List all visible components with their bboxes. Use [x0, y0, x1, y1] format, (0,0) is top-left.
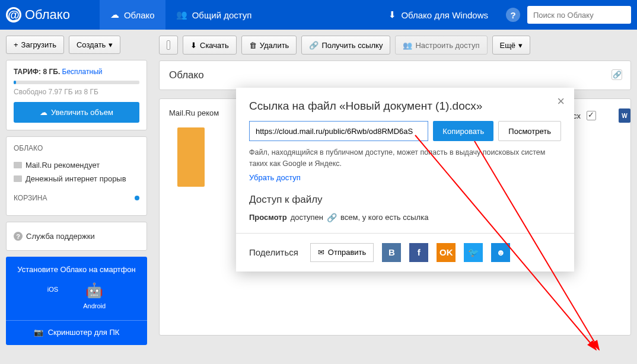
trash-dot-icon — [135, 196, 139, 200]
folder-label[interactable]: Mail.Ru реком — [169, 108, 219, 117]
share-modal: Ссылка на файл «Новый документ (1).docx»… — [236, 88, 574, 272]
share-url-input[interactable] — [249, 121, 428, 141]
cloud-icon: ☁ — [40, 108, 47, 117]
more-button[interactable]: Ещё ▾ — [492, 36, 531, 55]
storage-bar — [14, 81, 139, 84]
envelope-icon: ✉ — [318, 248, 324, 257]
free-space-text: Свободно 7.97 ГБ из 8 ГБ — [14, 88, 139, 96]
download-icon: ⬇ — [388, 9, 396, 20]
access-state: доступен — [291, 213, 323, 222]
link-icon[interactable]: 🔗 — [611, 69, 622, 80]
camera-icon: 📷 — [34, 328, 43, 337]
tree-panel: ОБЛАКО Mail.Ru рекомендует Денежный инте… — [6, 136, 147, 216]
access-label: Просмотр — [249, 213, 287, 222]
file-checkbox[interactable] — [587, 111, 596, 120]
tab-shared[interactable]: 👥 Общий доступ — [165, 0, 263, 30]
logo[interactable]: @ Облако — [6, 7, 70, 23]
share-ok-icon[interactable]: OK — [437, 243, 456, 262]
share-moimir-icon[interactable]: ☻ — [491, 243, 510, 262]
tariff-panel: ТАРИФ: 8 ГБ. Бесплатный Свободно 7.97 ГБ… — [6, 60, 147, 130]
trash-section-header[interactable]: КОРЗИНА — [14, 194, 139, 202]
close-icon[interactable]: × — [557, 94, 565, 109]
people-icon: 👥 — [403, 41, 412, 50]
cloud-icon: ☁ — [110, 9, 119, 20]
folder-icon — [14, 175, 22, 182]
support-panel: ? Служба поддержки — [6, 222, 147, 251]
promo-android[interactable]: 🤖 Android — [83, 282, 106, 309]
delete-button[interactable]: 🗑 Удалить — [241, 36, 297, 55]
tariff-plan-link[interactable]: Бесплатный — [62, 68, 103, 76]
tree-item-recommends[interactable]: Mail.Ru рекомендует — [14, 158, 139, 172]
tree-item-money[interactable]: Денежный интернет прорыв — [14, 172, 139, 186]
download-icon: ⬇ — [190, 41, 197, 50]
remove-access-link[interactable]: Убрать доступ — [249, 173, 301, 182]
toolbar: ⬇ Скачать 🗑 Удалить 🔗 Получить ссылку 👥 … — [159, 36, 631, 60]
tariff-label: ТАРИФ: 8 ГБ. — [14, 68, 60, 76]
link-icon: 🔗 — [327, 213, 337, 222]
tab-cloud[interactable]: ☁ Облако — [100, 0, 165, 30]
promo-panel: Установите Облако на смартфон iOS 🤖 Andr… — [6, 257, 147, 345]
folder-thumbnail-icon[interactable] — [177, 127, 205, 187]
access-header: Доступ к файлу — [249, 194, 561, 206]
configure-access-button[interactable]: 👥 Настроить доступ — [395, 36, 487, 55]
trash-icon: 🗑 — [249, 41, 257, 50]
logo-text: Облако — [25, 7, 70, 23]
word-icon: W — [619, 108, 630, 123]
upload-button[interactable]: + Загрузить — [6, 36, 64, 54]
link-icon: 🔗 — [309, 41, 318, 50]
download-button[interactable]: ⬇ Скачать — [183, 36, 237, 55]
chevron-down-icon: ▾ — [518, 41, 523, 50]
promo-screenshoter[interactable]: 📷 Скриншотер для ПК — [12, 321, 141, 337]
question-icon: ? — [14, 232, 23, 241]
mail-at-icon: @ — [6, 7, 21, 23]
modal-title: Ссылка на файл «Новый документ (1).docx» — [249, 100, 482, 113]
share-twitter-icon[interactable]: 🐦 — [464, 243, 483, 262]
chevron-down-icon: ▾ — [109, 40, 113, 49]
get-link-button[interactable]: 🔗 Получить ссылку — [301, 36, 390, 55]
increase-storage-button[interactable]: ☁ Увеличить объем — [14, 102, 139, 123]
create-button[interactable]: Создать ▾ — [69, 36, 120, 54]
access-who: всем, у кого есть ссылка — [340, 213, 428, 222]
breadcrumb: Облако 🔗 — [159, 60, 631, 90]
public-note: Файл, находящийся в публичном доступе, м… — [249, 147, 561, 170]
support-link[interactable]: ? Служба поддержки — [14, 229, 139, 243]
share-label: Поделиться — [249, 247, 298, 257]
share-vk-icon[interactable]: B — [382, 243, 401, 262]
copy-button[interactable]: Копировать — [433, 121, 493, 141]
share-facebook-icon[interactable]: f — [409, 243, 428, 262]
plus-icon: + — [14, 40, 18, 49]
select-all-checkbox[interactable] — [159, 36, 178, 55]
app-header: @ Облако ☁ Облако 👥 Общий доступ ⬇ Облак… — [0, 0, 637, 30]
send-button[interactable]: ✉ Отправить — [310, 243, 374, 262]
people-icon: 👥 — [176, 9, 187, 20]
help-icon[interactable]: ? — [506, 8, 520, 22]
cloud-section-header: ОБЛАКО — [14, 144, 139, 152]
folder-icon — [14, 162, 22, 168]
sidebar: + Загрузить Создать ▾ ТАРИФ: 8 ГБ. Беспл… — [0, 30, 153, 364]
promo-title: Установите Облако на смартфон — [12, 265, 141, 274]
cloud-for-windows-link[interactable]: ⬇ Облако для Windows — [378, 0, 499, 30]
promo-ios[interactable]: iOS — [47, 282, 58, 309]
search-input[interactable] — [527, 6, 631, 24]
android-icon: 🤖 — [85, 282, 103, 299]
view-button[interactable]: Посмотреть — [498, 121, 561, 141]
